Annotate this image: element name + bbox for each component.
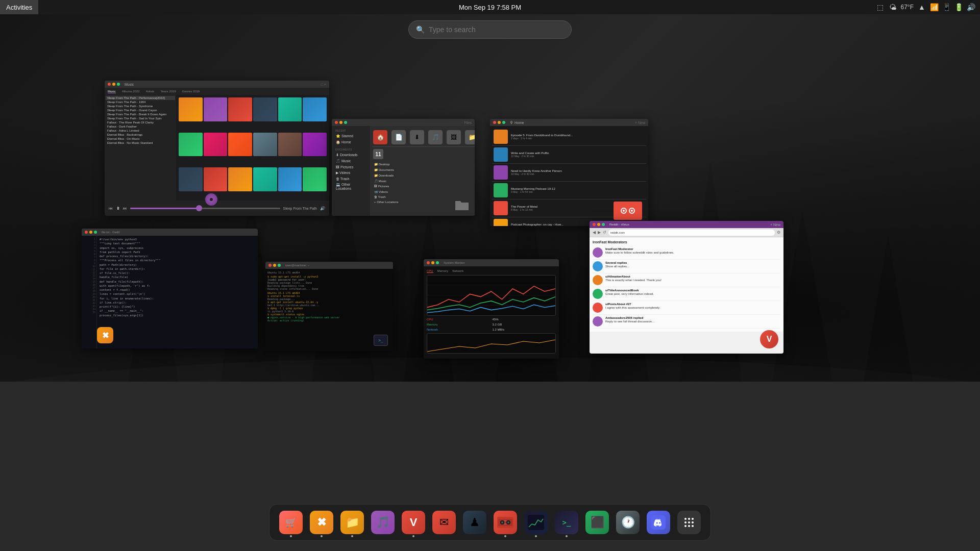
track-item[interactable]: Sleep From The Path · Break It Down Agai… xyxy=(106,112,175,116)
minimize-btn[interactable] xyxy=(273,264,276,267)
maximize-btn[interactable] xyxy=(502,121,505,124)
maximize-btn[interactable] xyxy=(278,264,281,267)
settings-icon[interactable]: ⚙ xyxy=(777,230,780,235)
dock-item-sysmon[interactable] xyxy=(523,509,549,536)
minimize-btn[interactable] xyxy=(112,83,115,86)
progress-knob[interactable] xyxy=(196,205,202,211)
dock-item-parol[interactable]: ♟ xyxy=(461,509,488,536)
chat-item[interactable]: u/TitleAnnouncedBook Great post, very in… xyxy=(593,287,780,301)
close-btn[interactable] xyxy=(335,121,338,124)
sidebar-item-other[interactable]: 💻 Other Locations xyxy=(334,182,368,191)
chat-item[interactable]: u/AllmatterAbout This is exactly what I … xyxy=(593,273,780,287)
terminal-window[interactable]: user@machine: ~ Ubuntu 15.1 LTS amd64 $ … xyxy=(265,262,393,351)
track-item[interactable]: Sleep From The Path · Grand Cayon xyxy=(106,108,175,112)
album-thumb[interactable] xyxy=(228,167,252,191)
tab-memory[interactable]: Memory xyxy=(437,269,449,273)
music-player-window[interactable]: Music □ × Music Albums 2022 Artists Year… xyxy=(105,81,329,216)
maximize-btn[interactable] xyxy=(344,121,347,124)
volume-control[interactable]: 🔊 xyxy=(320,206,325,211)
folder-item[interactable]: 📁 Downloads xyxy=(372,172,475,178)
play-btn[interactable]: ⏸ xyxy=(116,206,120,211)
sysmon-window[interactable]: System Monitor CPU Memory Network xyxy=(424,259,559,359)
minimize-btn[interactable] xyxy=(89,231,92,234)
dock-item-gnome-software[interactable]: 🛒 xyxy=(278,509,304,536)
bookmark-home[interactable]: 🏠 xyxy=(373,130,387,144)
close-btn[interactable] xyxy=(493,121,496,124)
files-window[interactable]: Files Recent ⭐ Starred 🏠 Home Documents … xyxy=(332,119,475,216)
dock-item-terminal[interactable]: >_ xyxy=(553,509,580,536)
track-item[interactable]: Eternal Bliss · No Music Standard xyxy=(106,141,175,145)
tab-network[interactable]: Network xyxy=(452,269,463,273)
track-item[interactable]: Sleep From The Path · 1984 xyxy=(106,100,175,104)
maximize-btn[interactable] xyxy=(436,261,439,264)
tab-music[interactable]: Music xyxy=(108,90,116,93)
album-thumb[interactable] xyxy=(228,133,252,157)
sidebar-item-home[interactable]: 🏠 Home xyxy=(334,139,368,145)
minimize-btn[interactable] xyxy=(597,223,600,226)
dock-item-discord[interactable] xyxy=(645,509,672,536)
close-btn[interactable] xyxy=(427,261,430,264)
dock-item-app-grid[interactable] xyxy=(676,509,702,536)
close-btn[interactable] xyxy=(85,231,88,234)
podcast-window[interactable]: 🎙 Home + New Episode 5: From Dumbfound t… xyxy=(490,119,648,226)
chat-item[interactable]: Several replies Show all replies... xyxy=(593,260,780,273)
album-thumb[interactable] xyxy=(278,167,302,191)
sidebar-item-trash[interactable]: 🗑 Trash xyxy=(334,176,368,182)
editor-content[interactable]: #!/usr/bin/env python3 """Long text docu… xyxy=(97,236,258,348)
search-bar[interactable]: 🔍 xyxy=(408,20,572,39)
album-thumb[interactable] xyxy=(278,97,302,121)
track-item[interactable]: Eternal Bliss · On Music xyxy=(106,137,175,141)
sidebar-item-music[interactable]: 🎵 Music xyxy=(334,158,368,164)
minimize-btn[interactable] xyxy=(339,121,342,124)
track-item[interactable]: Fallout · Dark Feather xyxy=(106,124,175,129)
chat-item[interactable]: u/PostsAbout #27 I agree with this asses… xyxy=(593,301,780,315)
sidebar-item-downloads[interactable]: ⬇ Downloads xyxy=(334,152,368,158)
url-bar[interactable]: reddit.com xyxy=(608,230,775,236)
bookmark-pics[interactable]: 🖼 xyxy=(447,130,461,144)
close-btn[interactable] xyxy=(268,264,272,267)
bookmark-docs[interactable]: 📄 xyxy=(391,130,406,144)
maximize-btn[interactable] xyxy=(117,83,120,86)
browser-window[interactable]: Reddit - r/linux + New ◀ ▶ ↺ reddit.com … xyxy=(590,221,783,354)
track-item[interactable]: Fallout · Adria L Limited xyxy=(106,129,175,133)
close-btn[interactable] xyxy=(593,223,596,226)
album-thumb[interactable] xyxy=(303,97,327,121)
dock-item-mousai[interactable]: 🎵 xyxy=(370,509,396,536)
album-thumb[interactable] xyxy=(204,133,228,157)
dock-item-vivaldi[interactable]: V xyxy=(400,509,427,536)
back-btn[interactable]: ◀ xyxy=(593,230,596,235)
album-thumb[interactable] xyxy=(228,97,252,121)
sidebar-item-pictures[interactable]: 🖼 Pictures xyxy=(334,164,368,170)
folder-item[interactable]: 📁 Desktop xyxy=(372,161,475,167)
activities-button[interactable]: Activities xyxy=(0,0,38,14)
album-thumb[interactable] xyxy=(253,97,277,121)
album-thumb[interactable] xyxy=(278,133,302,157)
podcast-item[interactable]: Need to Hardly Know Another Person 10 Ma… xyxy=(492,164,646,182)
tab-albums[interactable]: Albums 2022 xyxy=(122,90,140,93)
podcast-item[interactable]: Write and Create with Puffin 12 May · 2 … xyxy=(492,146,646,164)
minimize-btn[interactable] xyxy=(498,121,501,124)
dock-item-caprine[interactable]: ✖ xyxy=(308,509,335,536)
weather-icon[interactable]: 🌤 xyxy=(889,3,897,11)
folder-item[interactable]: 📹 Videos xyxy=(372,189,475,194)
album-thumb[interactable] xyxy=(303,133,327,157)
chat-item[interactable]: IronFast Moderator Make sure to follow s… xyxy=(593,246,780,260)
screenshot-icon[interactable]: ⬚ xyxy=(876,3,885,11)
maximize-btn[interactable] xyxy=(602,223,605,226)
track-item[interactable]: Sleep From The Path · Performance[2022] xyxy=(106,96,175,100)
album-thumb[interactable] xyxy=(303,167,327,191)
track-item[interactable]: Sleep From The Path · Syndrome xyxy=(106,104,175,108)
chat-item[interactable]: Ambassadors2506 replied Reply to see ful… xyxy=(593,315,780,329)
close-btn[interactable] xyxy=(108,83,111,86)
sidebar-item-videos[interactable]: ▶ Videos xyxy=(334,170,368,176)
podcast-item[interactable]: Episode 5: From Dumbfound to Dumbfound..… xyxy=(492,128,646,146)
folder-item[interactable]: 📁 Documents xyxy=(372,167,475,172)
album-thumb[interactable] xyxy=(253,167,277,191)
folder-item[interactable]: 🎵 Music xyxy=(372,178,475,184)
music-track-list[interactable]: Sleep From The Path · Performance[2022] … xyxy=(105,95,176,201)
volume-icon[interactable]: 🔊 xyxy=(967,3,975,11)
sidebar-item-starred[interactable]: ⭐ Starred xyxy=(334,133,368,139)
editor-window[interactable]: file.txt - Gedit 12345 678910 1112131415… xyxy=(82,229,258,348)
battery-icon[interactable]: 🔋 xyxy=(954,3,963,11)
network-icon[interactable]: ▲ xyxy=(918,3,926,11)
